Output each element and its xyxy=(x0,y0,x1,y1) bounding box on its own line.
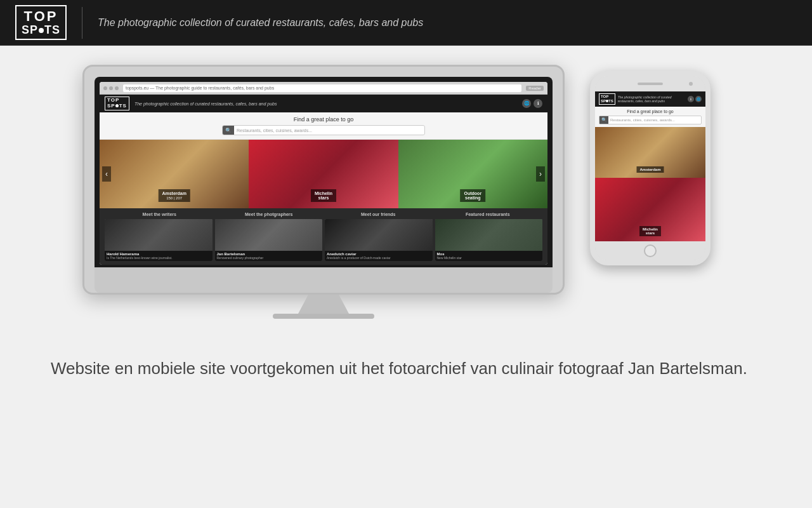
site-logo: TOP SPTS xyxy=(105,97,129,110)
harold-desc: Is The Netherlands best-known wine journ… xyxy=(107,256,211,260)
jan-caption: Jan Bartelsman Renowned culinary photogr… xyxy=(215,251,323,261)
info-icon[interactable]: ℹ xyxy=(534,99,542,108)
iphone-top-bar xyxy=(595,76,705,91)
browser-dot-green xyxy=(115,86,119,90)
jan-desc: Renowned culinary photographer xyxy=(217,256,321,260)
imac-screen-border: topspots.eu — The photographic guide to … xyxy=(95,77,553,267)
description-text: Website en mobiele site voortgekomen uit… xyxy=(51,357,761,380)
iphone-home-button[interactable] xyxy=(644,244,657,257)
iphone-screen: TOP SPTS The photographic collection of … xyxy=(595,91,705,241)
grid-header-friends: Meet our friends xyxy=(324,212,433,217)
imac-base xyxy=(273,314,374,319)
jan-image xyxy=(215,219,323,251)
iphone-bottom-bar xyxy=(595,241,705,260)
globe-icon[interactable]: 🌐 xyxy=(522,99,531,108)
mos-image xyxy=(435,219,543,251)
carousel-label-outdoor: Outdoorseating xyxy=(461,189,486,202)
grid-header-photographers: Meet the photgraphers xyxy=(214,212,324,217)
iphone-frame: TOP SPTS The photographic collection of … xyxy=(590,71,710,265)
image-carousel: ‹ Amsterdam150 | 207 Michelinstars Outdo… xyxy=(100,140,547,208)
browser-bar: topspots.eu — The photographic guide to … xyxy=(100,82,547,95)
iphone-search-title: Find a great place to go xyxy=(599,109,702,114)
browser-reader-btn[interactable]: Reader xyxy=(526,86,544,91)
search-icon[interactable]: 🔍 xyxy=(223,126,234,135)
grid-item-mos[interactable]: Mos New Michelin star xyxy=(435,219,543,261)
iphone-header-icons: ℹ 🌐 xyxy=(688,96,702,102)
search-section: Find a great place to go 🔍 Restaurants, … xyxy=(100,112,547,140)
description-section: Website en mobiele site voortgekomen uit… xyxy=(0,344,812,392)
iphone-carousel-amsterdam: Amsterdam xyxy=(595,127,705,178)
grid-items: Harold Hamerama Is The Netherlands best-… xyxy=(105,219,542,261)
caviar-desc: Anedutch is a producer of Dutch-made cav… xyxy=(327,256,431,260)
iphone-mockup: TOP SPTS The photographic collection of … xyxy=(590,71,730,265)
iphone-site-header: TOP SPTS The photographic collection of … xyxy=(595,91,705,107)
carousel-item-outdoor[interactable]: Outdoorseating xyxy=(398,140,547,208)
imac-mockup: topspots.eu — The photographic guide to … xyxy=(82,65,565,319)
caviar-image xyxy=(325,219,433,251)
logo: TOP SPTS xyxy=(15,5,67,41)
browser-dot-yellow xyxy=(109,86,113,90)
iphone-info-icon[interactable]: ℹ xyxy=(688,96,694,102)
caviar-caption: Anedutch caviar Anedutch is a producer o… xyxy=(325,251,433,261)
logo-area: TOP SPTS xyxy=(15,5,67,41)
iphone-search-section: Find a great place to go 🔍 Restaurants, … xyxy=(595,107,705,127)
grid-header-restaurants: Featured restaurants xyxy=(433,212,543,217)
search-input[interactable]: Restaurants, cities, cuisines, awards... xyxy=(234,128,315,133)
header-icons: 🌐 ℹ xyxy=(522,99,542,108)
browser-url-bar[interactable]: topspots.eu — The photographic guide to … xyxy=(123,84,521,92)
main-content: topspots.eu — The photographic guide to … xyxy=(0,46,812,338)
iphone-globe-icon[interactable]: 🌐 xyxy=(695,96,702,102)
carousel-prev[interactable]: ‹ xyxy=(102,166,111,182)
iphone-carousel-michelin: Michelinstars xyxy=(595,178,705,241)
search-title: Find a great place to go xyxy=(105,116,542,123)
carousel-label-michelin: Michelinstars xyxy=(311,189,336,202)
grid-item-caviar[interactable]: Anedutch caviar Anedutch is a producer o… xyxy=(325,219,433,261)
mos-desc: New Michelin star xyxy=(437,256,541,260)
search-bar[interactable]: 🔍 Restaurants, cities, cuisines, awards.… xyxy=(222,125,425,135)
website-header: TOP SPTS The photographic collection of … xyxy=(100,95,547,112)
browser-window: topspots.eu — The photographic guide to … xyxy=(100,82,547,265)
iphone-logo: TOP SPTS xyxy=(599,93,615,104)
grid-item-jan[interactable]: Jan Bartelsman Renowned culinary photogr… xyxy=(215,219,323,261)
imac-bottom-bar xyxy=(95,267,553,293)
iphone-michelin-label: Michelinstars xyxy=(639,226,661,236)
mos-caption: Mos New Michelin star xyxy=(435,251,543,261)
site-header: TOP SPTS The photographic collection of … xyxy=(0,0,812,46)
iphone-camera xyxy=(689,82,693,86)
carousel-next[interactable]: › xyxy=(536,166,545,182)
iphone-amsterdam-label: Amsterdam xyxy=(636,166,664,173)
header-divider xyxy=(82,7,82,39)
carousel-item-michelin[interactable]: Michelinstars xyxy=(249,140,398,208)
grid-headers: Meet the writers Meet the photgraphers M… xyxy=(105,212,542,217)
site-grid: Meet the writers Meet the photgraphers M… xyxy=(100,208,547,265)
imac-frame: topspots.eu — The photographic guide to … xyxy=(82,65,565,295)
carousel-item-amsterdam[interactable]: Amsterdam150 | 207 xyxy=(100,140,249,208)
site-tagline: The photographic collection of curated r… xyxy=(134,102,522,106)
imac-stand xyxy=(298,295,349,314)
iphone-tagline: The photographic collection of curated r… xyxy=(618,95,688,103)
iphone-speaker xyxy=(638,83,663,85)
harold-image xyxy=(105,219,213,251)
browser-dot-red xyxy=(103,86,107,90)
grid-header-writers: Meet the writers xyxy=(105,212,214,217)
iphone-search-icon[interactable]: 🔍 xyxy=(599,116,608,124)
header-tagline: The photographic collection of curated r… xyxy=(98,17,423,29)
harold-caption: Harold Hamerama Is The Netherlands best-… xyxy=(105,251,213,261)
iphone-search-bar[interactable]: 🔍 Restaurants, cities, cuisines, awards.… xyxy=(599,116,702,124)
grid-item-harold[interactable]: Harold Hamerama Is The Netherlands best-… xyxy=(105,219,213,261)
iphone-search-input[interactable]: Restaurants, cities, cuisines, awards... xyxy=(608,118,677,122)
carousel-label-amsterdam: Amsterdam150 | 207 xyxy=(158,189,190,202)
